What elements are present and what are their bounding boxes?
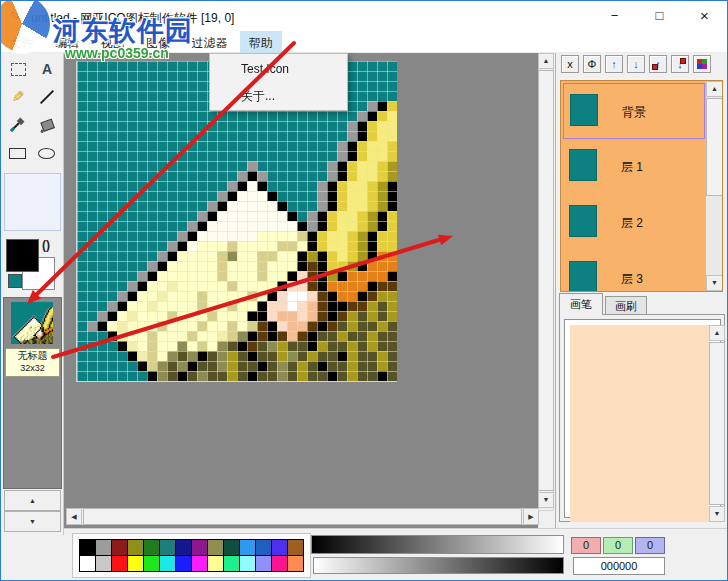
- palette-color-cell[interactable]: [128, 540, 143, 555]
- text-tool-button[interactable]: A: [34, 57, 60, 83]
- layer-visibility-button[interactable]: Φ: [583, 55, 601, 73]
- palette-color-cell[interactable]: [256, 540, 271, 555]
- menu-help[interactable]: 帮助: [240, 31, 282, 53]
- select-tool-button[interactable]: [5, 57, 31, 83]
- menu-edit[interactable]: 编辑: [46, 31, 88, 53]
- close-button[interactable]: ×: [682, 1, 727, 30]
- menu-filter[interactable]: 过滤器: [182, 31, 236, 53]
- maximize-button[interactable]: □: [637, 1, 682, 30]
- layer-row-1[interactable]: 层 1: [563, 139, 705, 195]
- palette-color-cell[interactable]: [144, 540, 159, 555]
- brush-scroll-thumb[interactable]: [709, 342, 725, 505]
- icon-list-down-button[interactable]: ▼: [4, 511, 61, 532]
- palette-color-cell[interactable]: [128, 556, 143, 571]
- line-icon: [40, 90, 54, 104]
- palette-color-cell[interactable]: [192, 556, 207, 571]
- merge-layer-down-button[interactable]: ↓: [671, 55, 689, 73]
- layer-row-2[interactable]: 层 2: [563, 195, 705, 251]
- red-value-field[interactable]: 0: [571, 537, 601, 554]
- line-tool-button[interactable]: [34, 85, 60, 111]
- palette-color-cell[interactable]: [160, 556, 175, 571]
- layers-scroll-down-icon[interactable]: ▼: [706, 275, 723, 291]
- pencil-icon: ✎: [12, 85, 25, 109]
- ellipse-tool-button[interactable]: [34, 141, 60, 167]
- delete-layer-button[interactable]: x: [561, 55, 579, 73]
- hex-color-field[interactable]: 000000: [573, 557, 665, 575]
- palette-color-cell[interactable]: [112, 556, 127, 571]
- alternate-color-swatch[interactable]: [8, 274, 22, 288]
- palette-color-cell[interactable]: [112, 540, 127, 555]
- palette-color-cell[interactable]: [176, 540, 191, 555]
- layers-scroll-up-icon[interactable]: ▲: [706, 81, 723, 97]
- palette-color-cell[interactable]: [272, 540, 287, 555]
- menu-item-about[interactable]: 关于...: [210, 83, 347, 110]
- palette-color-cell[interactable]: [240, 556, 255, 571]
- layer-swatch: [570, 94, 598, 126]
- layer-row-3[interactable]: 层 3: [563, 251, 705, 292]
- merge-layer-up-button[interactable]: ↑: [649, 55, 667, 73]
- menu-item-test-icon[interactable]: Test Icon: [210, 56, 347, 83]
- tab-brush[interactable]: 画刷: [605, 296, 647, 315]
- palette-color-cell[interactable]: [224, 556, 239, 571]
- eyedropper-tool-button[interactable]: [5, 113, 31, 139]
- scroll-up-icon[interactable]: ▲: [538, 53, 554, 69]
- swap-colors-icon[interactable]: (): [42, 238, 50, 252]
- palette-color-cell[interactable]: [272, 556, 287, 571]
- minimize-button[interactable]: −: [592, 1, 637, 30]
- rectangle-tool-button[interactable]: [5, 141, 31, 167]
- help-menu-dropdown: Test Icon 关于...: [209, 53, 348, 111]
- layer-name: 层 3: [621, 271, 643, 288]
- palette-color-cell[interactable]: [144, 556, 159, 571]
- icon-thumbnail[interactable]: [11, 302, 53, 344]
- merge-chip-icon: [652, 64, 658, 70]
- palette-color-cell[interactable]: [240, 540, 255, 555]
- vertical-scroll-thumb[interactable]: [538, 70, 554, 491]
- gradient-bar-black-white[interactable]: [311, 535, 564, 554]
- palette-button[interactable]: [693, 55, 711, 73]
- menubar: 文件 编辑 视图 图像 过滤器 帮助: [1, 31, 727, 53]
- tab-pen[interactable]: 画笔: [559, 293, 603, 315]
- layers-scroll-thumb[interactable]: [706, 98, 723, 196]
- pencil-tool-button[interactable]: ✎: [5, 85, 31, 111]
- gradient-bar-white-black[interactable]: [313, 557, 564, 574]
- scroll-down-icon[interactable]: ▼: [538, 492, 554, 508]
- palette-color-cell[interactable]: [160, 540, 175, 555]
- palette-color-cell[interactable]: [288, 540, 303, 555]
- app-icon: ✎: [10, 8, 26, 24]
- palette-color-cell[interactable]: [224, 540, 239, 555]
- menu-view[interactable]: 视图: [92, 31, 134, 53]
- palette-color-cell[interactable]: [96, 540, 111, 555]
- foreground-color-swatch[interactable]: [6, 239, 39, 272]
- palette-color-cell[interactable]: [208, 540, 223, 555]
- menu-file[interactable]: 文件: [1, 31, 43, 53]
- move-layer-down-button[interactable]: ↓: [627, 55, 645, 73]
- blue-value-field[interactable]: 0: [635, 537, 665, 554]
- titlebar[interactable]: ✎ untitled - 网亚ICO图标制作软件 [19, 0] − □ ×: [1, 1, 727, 31]
- move-layer-up-button[interactable]: ↑: [605, 55, 623, 73]
- palette-color-cell[interactable]: [288, 556, 303, 571]
- layer-row-background[interactable]: 背景: [563, 83, 705, 139]
- selection-icon: [11, 63, 26, 76]
- fill-tool-button[interactable]: [34, 113, 60, 139]
- horizontal-scroll-thumb[interactable]: [83, 508, 522, 525]
- palette-icon: [697, 59, 707, 69]
- palette-color-cell[interactable]: [80, 556, 95, 571]
- scroll-right-icon[interactable]: ▶: [523, 508, 539, 525]
- brush-list-area[interactable]: [570, 325, 709, 522]
- merge-chip-icon: [680, 58, 686, 64]
- palette-color-cell[interactable]: [176, 556, 191, 571]
- palette-color-cell[interactable]: [96, 556, 111, 571]
- palette-color-cell[interactable]: [192, 540, 207, 555]
- green-value-field[interactable]: 0: [603, 537, 633, 554]
- palette-color-cell[interactable]: [80, 540, 95, 555]
- scroll-left-icon[interactable]: ◀: [66, 508, 82, 525]
- layer-swatch: [569, 261, 597, 292]
- palette-color-cell[interactable]: [208, 556, 223, 571]
- brush-scroll-down-icon[interactable]: ▼: [709, 506, 725, 522]
- menu-image[interactable]: 图像: [137, 31, 179, 53]
- brush-scroll-up-icon[interactable]: ▲: [709, 325, 725, 341]
- palette-color-cell[interactable]: [256, 556, 271, 571]
- icon-list-up-button[interactable]: ▲: [4, 490, 61, 511]
- text-tool-icon: A: [42, 61, 52, 77]
- up-arrow-icon: ↑: [611, 58, 617, 70]
